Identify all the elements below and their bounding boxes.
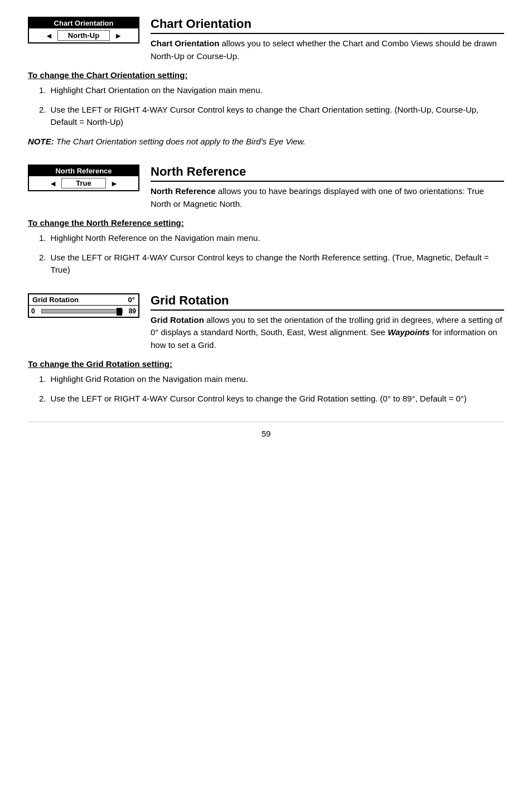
grid-rotation-steps: 1. Highlight Grid Rotation on the Naviga…	[39, 373, 504, 405]
grid-rotation-slider-min: 0	[31, 307, 39, 315]
north-reference-widget-title: North Reference	[29, 166, 138, 176]
grid-rotation-header: Grid Rotation 0° 0 89 Grid Rotation Grid…	[28, 293, 504, 352]
grid-rotation-widget-title-row: Grid Rotation 0°	[29, 294, 138, 306]
north-reference-section: North Reference ◄ True ► North Reference…	[28, 165, 504, 277]
grid-rotation-step2-text: Use the LEFT or RIGHT 4-WAY Cursor Contr…	[51, 393, 467, 405]
grid-rotation-step-2: 2. Use the LEFT or RIGHT 4-WAY Cursor Co…	[39, 393, 504, 405]
grid-rotation-heading-area: Grid Rotation Grid Rotation allows you t…	[151, 293, 504, 352]
grid-rotation-slider-row[interactable]: 0 89	[29, 306, 138, 317]
grid-rotation-slider-thumb[interactable]	[117, 308, 122, 316]
north-reference-step1-num: 1.	[39, 232, 46, 245]
grid-rotation-title: Grid Rotation	[151, 293, 504, 311]
north-reference-widget-area: North Reference ◄ True ►	[28, 165, 139, 191]
north-reference-heading-area: North Reference North Reference allows y…	[151, 165, 504, 210]
grid-rotation-step1-num: 1.	[39, 373, 46, 386]
north-reference-value: True	[61, 178, 106, 188]
chart-orientation-description: Chart Orientation allows you to select w…	[151, 37, 504, 62]
north-reference-step-1: 1. Highlight North Reference on the Navi…	[39, 232, 504, 245]
chart-orientation-widget-title: Chart Orientation	[29, 18, 138, 28]
grid-rotation-step1-text: Highlight Grid Rotation on the Navigatio…	[51, 373, 248, 386]
note-text: The Chart Orientation setting does not a…	[54, 137, 306, 146]
north-reference-step1-text: Highlight North Reference on the Navigat…	[51, 232, 260, 245]
bottom-divider	[28, 422, 504, 422]
chart-orientation-value: North-Up	[57, 30, 110, 41]
grid-rotation-description: Grid Rotation allows you to set the orie…	[151, 314, 504, 352]
north-reference-right-arrow[interactable]: ►	[110, 179, 118, 188]
chart-orientation-step1-text: Highlight Chart Orientation on the Navig…	[51, 84, 263, 97]
chart-orientation-title: Chart Orientation	[151, 17, 504, 34]
chart-orientation-left-arrow[interactable]: ◄	[45, 31, 53, 40]
chart-orientation-change-heading: To change the Chart Orientation setting:	[28, 70, 504, 80]
chart-orientation-step-1: 1. Highlight Chart Orientation on the Na…	[39, 84, 504, 97]
chart-orientation-step1-num: 1.	[39, 84, 46, 97]
north-reference-description: North Reference allows you to have beari…	[151, 185, 504, 210]
chart-orientation-heading-area: Chart Orientation Chart Orientation allo…	[151, 17, 504, 62]
chart-orientation-widget-area: Chart Orientation ◄ North-Up ►	[28, 17, 139, 43]
north-reference-title: North Reference	[151, 165, 504, 182]
grid-rotation-waypoints: Waypoints	[388, 327, 430, 337]
chart-orientation-section: Chart Orientation ◄ North-Up ► Chart Ori…	[28, 17, 504, 148]
chart-orientation-widget-value-row[interactable]: ◄ North-Up ►	[29, 28, 138, 42]
chart-orientation-step2-num: 2.	[39, 104, 46, 129]
chart-orientation-note: NOTE: The Chart Orientation setting does…	[28, 136, 504, 148]
note-label: NOTE:	[28, 137, 54, 146]
grid-rotation-widget-area: Grid Rotation 0° 0 89	[28, 293, 139, 318]
north-reference-desc-bold: North Reference	[151, 186, 216, 196]
grid-rotation-step2-num: 2.	[39, 393, 46, 405]
north-reference-step2-num: 2.	[39, 252, 46, 277]
chart-orientation-step2-text: Use the LEFT or RIGHT 4-WAY Cursor Contr…	[51, 104, 504, 129]
grid-rotation-change-heading: To change the Grid Rotation setting:	[28, 359, 504, 369]
chart-orientation-desc-bold: Chart Orientation	[151, 38, 219, 48]
chart-orientation-steps: 1. Highlight Chart Orientation on the Na…	[39, 84, 504, 129]
chart-orientation-header: Chart Orientation ◄ North-Up ► Chart Ori…	[28, 17, 504, 62]
north-reference-steps: 1. Highlight North Reference on the Navi…	[39, 232, 504, 277]
grid-rotation-widget-title: Grid Rotation	[32, 296, 128, 304]
north-reference-step2-text: Use the LEFT or RIGHT 4-WAY Cursor Contr…	[51, 252, 504, 277]
grid-rotation-slider-max: 89	[125, 307, 136, 315]
grid-rotation-slider-track[interactable]	[41, 309, 123, 313]
grid-rotation-section: Grid Rotation 0° 0 89 Grid Rotation Grid…	[28, 293, 504, 405]
grid-rotation-widget: Grid Rotation 0° 0 89	[28, 293, 139, 318]
north-reference-header: North Reference ◄ True ► North Reference…	[28, 165, 504, 210]
grid-rotation-desc-bold: Grid Rotation	[151, 315, 204, 325]
chart-orientation-right-arrow[interactable]: ►	[114, 31, 122, 40]
north-reference-step-2: 2. Use the LEFT or RIGHT 4-WAY Cursor Co…	[39, 252, 504, 277]
grid-rotation-step-1: 1. Highlight Grid Rotation on the Naviga…	[39, 373, 504, 386]
north-reference-widget-value-row[interactable]: ◄ True ►	[29, 176, 138, 190]
north-reference-change-heading: To change the North Reference setting:	[28, 218, 504, 228]
north-reference-widget: North Reference ◄ True ►	[28, 165, 139, 191]
chart-orientation-widget: Chart Orientation ◄ North-Up ►	[28, 17, 139, 43]
grid-rotation-widget-value-label: 0°	[128, 296, 135, 304]
north-reference-left-arrow[interactable]: ◄	[49, 179, 57, 188]
page-number: 59	[28, 429, 504, 438]
chart-orientation-step-2: 2. Use the LEFT or RIGHT 4-WAY Cursor Co…	[39, 104, 504, 129]
